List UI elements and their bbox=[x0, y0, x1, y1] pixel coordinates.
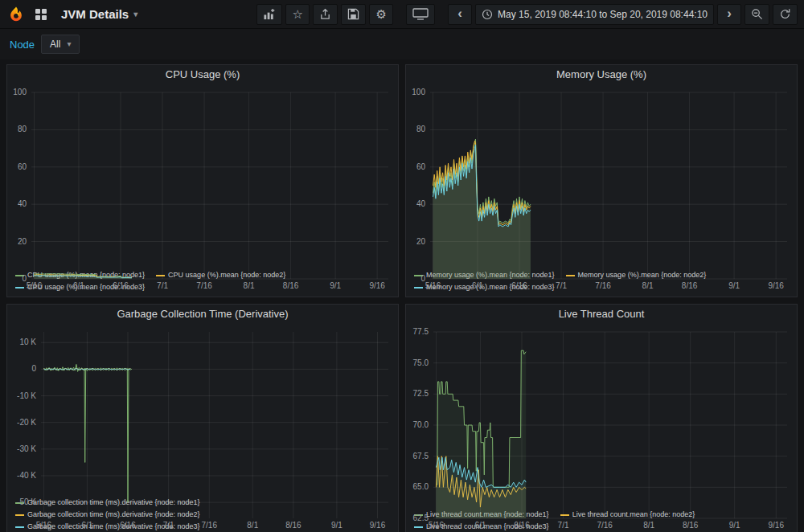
x-tick-label: 6/1 bbox=[81, 521, 92, 530]
y-tick-label: 70.0 bbox=[413, 420, 429, 429]
x-tick-label: 8/16 bbox=[683, 521, 699, 530]
square-icon bbox=[35, 15, 40, 20]
x-tick-label: 7/1 bbox=[157, 281, 168, 290]
x-tick-label: 9/1 bbox=[331, 521, 343, 530]
grafana-logo-icon[interactable] bbox=[6, 5, 26, 24]
y-tick-label: -20 K bbox=[17, 418, 36, 427]
x-tick-label: 9/1 bbox=[728, 281, 740, 290]
y-tick-label: 40 bbox=[18, 199, 27, 208]
refresh-arrows-icon bbox=[779, 8, 791, 20]
chart-canvas[interactable]: 5/166/16/167/17/168/18/169/19/1602040608… bbox=[406, 84, 797, 292]
add-panel-button[interactable] bbox=[256, 4, 282, 25]
clock-icon bbox=[482, 9, 493, 20]
y-tick-label: -40 K bbox=[17, 471, 36, 480]
navbar-right: ☆ ⚙ bbox=[256, 4, 798, 25]
x-tick-label: 7/16 bbox=[597, 521, 613, 530]
chart-area[interactable]: 5/166/16/167/17/168/18/169/19/1602040608… bbox=[406, 84, 797, 269]
chart-area[interactable]: 5/166/16/167/17/168/18/169/19/1610 K0-10… bbox=[7, 324, 398, 497]
panel-title[interactable]: Live Thread Count bbox=[406, 305, 797, 324]
navbar: JVM Details ▾ ☆ bbox=[0, 0, 804, 29]
y-tick-label: 100 bbox=[13, 88, 27, 96]
y-tick-label: -10 K bbox=[17, 391, 36, 400]
series-fill bbox=[43, 364, 132, 502]
y-tick-label: 72.5 bbox=[413, 389, 429, 398]
cycle-view-button[interactable] bbox=[406, 4, 435, 25]
save-button[interactable] bbox=[341, 4, 366, 25]
y-tick-label: 0 bbox=[31, 364, 36, 373]
chart-canvas[interactable]: 5/166/16/167/17/168/18/169/19/1662.565.0… bbox=[406, 324, 797, 531]
refresh-button[interactable] bbox=[773, 4, 798, 25]
submenu: Node All ▾ bbox=[0, 29, 804, 59]
y-tick-label: 65.0 bbox=[413, 482, 429, 491]
x-tick-label: 5/16 bbox=[425, 281, 441, 290]
y-tick-label: 0 bbox=[22, 274, 27, 283]
chevron-left-icon: ‹ bbox=[457, 6, 462, 22]
chart-area[interactable]: 5/166/16/167/17/168/18/169/19/1662.565.0… bbox=[406, 324, 797, 509]
chart-canvas[interactable]: 5/166/16/167/17/168/18/169/19/1602040608… bbox=[7, 84, 398, 292]
grafana-flame-icon bbox=[7, 6, 25, 23]
y-tick-label: 62.5 bbox=[413, 514, 429, 522]
grafana-app: JVM Details ▾ ☆ bbox=[0, 0, 804, 532]
star-icon: ☆ bbox=[292, 8, 302, 20]
dashboard-title-dropdown[interactable]: JVM Details ▾ bbox=[56, 6, 142, 22]
series-line bbox=[43, 364, 132, 502]
x-tick-label: 8/1 bbox=[642, 281, 654, 290]
variable-value: All bbox=[50, 39, 60, 50]
navbar-left: JVM Details ▾ bbox=[6, 5, 142, 24]
y-tick-label: 10 K bbox=[19, 338, 36, 346]
x-tick-label: 5/16 bbox=[36, 521, 52, 530]
x-tick-label: 7/1 bbox=[558, 521, 569, 530]
y-tick-label: 0 bbox=[420, 274, 425, 283]
y-tick-label: 20 bbox=[18, 237, 27, 246]
x-tick-label: 6/1 bbox=[472, 281, 483, 290]
chart-canvas[interactable]: 5/166/16/167/17/168/18/169/19/1610 K0-10… bbox=[7, 324, 398, 531]
x-tick-label: 6/1 bbox=[474, 521, 486, 530]
x-tick-label: 7/16 bbox=[202, 521, 218, 530]
x-tick-label: 8/1 bbox=[643, 521, 654, 530]
variable-value-dropdown[interactable]: All ▾ bbox=[41, 35, 80, 54]
x-tick-label: 7/16 bbox=[196, 281, 212, 290]
x-tick-label: 5/16 bbox=[429, 521, 445, 530]
dashboard-grid: CPU Usage (%) 5/166/16/167/17/168/18/169… bbox=[0, 59, 804, 532]
x-tick-label: 7/1 bbox=[163, 521, 174, 530]
share-button[interactable] bbox=[313, 4, 338, 25]
y-tick-label: 20 bbox=[416, 237, 426, 246]
zoom-out-button[interactable] bbox=[745, 4, 769, 25]
save-floppy-icon bbox=[347, 8, 359, 20]
x-tick-label: 6/16 bbox=[120, 521, 136, 530]
x-tick-label: 9/1 bbox=[330, 281, 341, 290]
square-icon bbox=[42, 9, 47, 14]
time-forward-button[interactable]: › bbox=[717, 4, 741, 25]
y-tick-label: 100 bbox=[412, 88, 425, 96]
x-tick-label: 8/1 bbox=[244, 281, 255, 290]
x-tick-label: 7/16 bbox=[595, 281, 611, 290]
time-range-picker[interactable]: May 15, 2019 08:44:10 to Sep 20, 2019 08… bbox=[475, 4, 714, 25]
time-back-button[interactable]: ‹ bbox=[448, 4, 472, 25]
x-tick-label: 6/1 bbox=[73, 281, 84, 290]
panel-title[interactable]: CPU Usage (%) bbox=[7, 65, 398, 84]
panel-title[interactable]: Memory Usage (%) bbox=[406, 65, 797, 84]
chart-area[interactable]: 5/166/16/167/17/168/18/169/19/1602040608… bbox=[7, 84, 398, 269]
dashboards-icon[interactable] bbox=[32, 6, 50, 23]
x-tick-label: 9/16 bbox=[768, 281, 784, 290]
settings-button[interactable]: ⚙ bbox=[369, 4, 393, 25]
y-tick-label: 60 bbox=[416, 162, 426, 171]
gear-icon: ⚙ bbox=[375, 8, 386, 20]
x-tick-label: 7/1 bbox=[556, 281, 567, 290]
panel-cpu-usage: CPU Usage (%) 5/166/16/167/17/168/18/169… bbox=[6, 64, 399, 297]
y-tick-label: 67.5 bbox=[413, 452, 429, 460]
caret-down-icon: ▾ bbox=[133, 10, 137, 18]
bar-chart-plus-icon bbox=[263, 8, 276, 20]
x-tick-label: 5/16 bbox=[27, 281, 43, 290]
y-tick-label: 75.0 bbox=[413, 358, 429, 367]
x-tick-label: 9/16 bbox=[370, 521, 386, 530]
tv-display-icon bbox=[412, 8, 429, 20]
star-button[interactable]: ☆ bbox=[285, 4, 310, 25]
y-tick-label: 80 bbox=[416, 125, 426, 133]
panel-title[interactable]: Garbage Collection Time (Derivative) bbox=[7, 305, 398, 324]
y-tick-label: 80 bbox=[18, 125, 27, 133]
caret-down-icon: ▾ bbox=[67, 40, 71, 48]
variable-label: Node bbox=[10, 39, 35, 51]
dashboard-title: JVM Details bbox=[61, 7, 129, 21]
panel-gc-time: Garbage Collection Time (Derivative) 5/1… bbox=[6, 304, 399, 532]
